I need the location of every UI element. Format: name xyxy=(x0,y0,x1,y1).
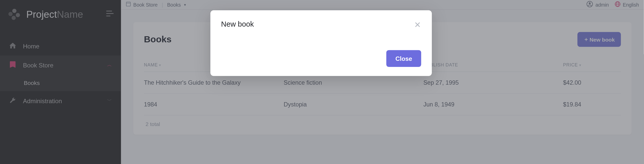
modal-title: New book xyxy=(221,20,254,29)
new-book-modal: New book ✕ Close xyxy=(210,10,432,76)
close-button[interactable]: Close xyxy=(386,50,421,67)
close-icon[interactable]: ✕ xyxy=(414,20,421,28)
